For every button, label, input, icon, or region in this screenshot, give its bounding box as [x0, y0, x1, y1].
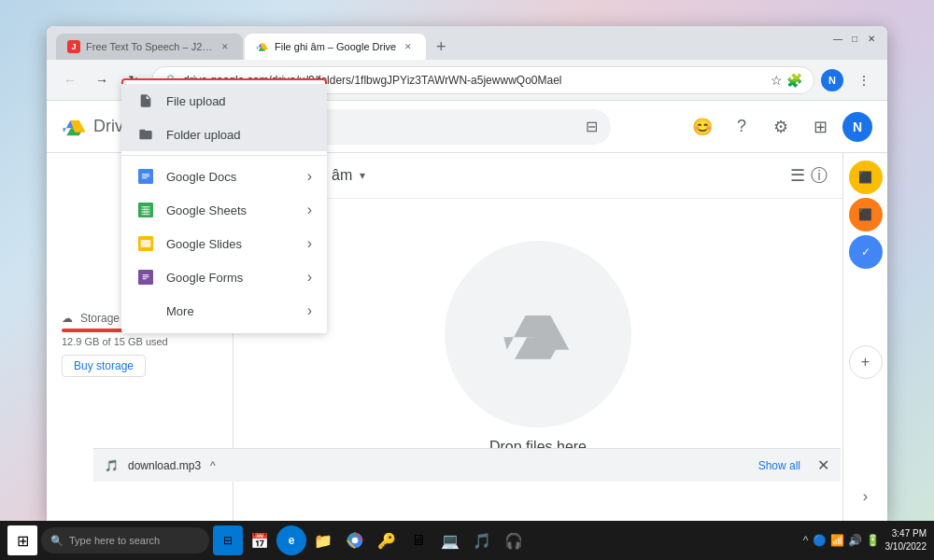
minimize-button[interactable]: — — [831, 32, 844, 45]
help-icon: ? — [737, 117, 746, 136]
tab-2-favicon — [256, 40, 269, 53]
browser-window: J Free Text To Speech – J2TEAM ✕ File gh… — [47, 26, 887, 521]
download-bar: 🎵 download.mp3 ^ Show all ✕ — [93, 448, 841, 482]
taskbar-app-2[interactable]: 📅 — [245, 525, 275, 555]
taskbar-app-edge[interactable]: e — [276, 525, 306, 555]
start-icon: ⊞ — [17, 532, 29, 550]
google-docs-label: Google Docs — [166, 170, 296, 184]
file-upload-label: File upload — [166, 94, 312, 108]
tab-1[interactable]: J Free Text To Speech – J2TEAM ✕ — [56, 34, 243, 60]
menu-button[interactable]: ⋮ — [850, 66, 878, 94]
show-all-link[interactable]: Show all — [758, 459, 800, 472]
taskbar-right: ^ 🔵 📶 🔊 🔋 3:47 PM 3/10/2022 — [803, 527, 927, 553]
taskbar-time-value: 3:47 PM — [885, 527, 927, 540]
download-file-name: download.mp3 — [128, 459, 201, 472]
google-docs-icon — [136, 167, 155, 186]
google-forms-icon — [136, 268, 155, 287]
settings-icon-btn[interactable]: ⚙ — [764, 110, 798, 144]
smiley-icon-btn[interactable]: 😊 — [686, 110, 719, 144]
google-sheets-icon — [136, 201, 155, 219]
right-panel-orange-btn[interactable]: ⬛ — [849, 198, 883, 231]
desktop: J Free Text To Speech – J2TEAM ✕ File gh… — [0, 0, 934, 560]
taskbar: ⊞ 🔍 Type here to search ⊟ 📅 e 📁 — [0, 521, 934, 560]
taskbar-bluetooth: 🔵 — [813, 534, 827, 547]
google-slides-label: Google Slides — [166, 237, 296, 251]
download-chevron[interactable]: ^ — [210, 459, 216, 472]
google-docs-item[interactable]: Google Docs › — [121, 160, 327, 193]
taskbar-date-value: 3/10/2022 — [885, 540, 927, 553]
storage-used-text: 12.9 GB of 15 GB used — [62, 336, 218, 347]
more-arrow: › — [307, 302, 312, 319]
list-view-icon[interactable]: ☰ — [790, 165, 805, 186]
download-close-btn[interactable]: ✕ — [817, 456, 829, 474]
folder-upload-item[interactable]: Folder upload — [121, 118, 327, 151]
filter-icon[interactable]: ⊟ — [586, 118, 598, 135]
menu-divider-1 — [121, 155, 327, 156]
drop-circle — [445, 241, 631, 427]
tab-2-label: File ghi âm – Google Drive — [275, 41, 396, 52]
folder-dropdown-icon[interactable]: ▾ — [360, 169, 365, 182]
toolbar-avatar: N — [821, 69, 843, 91]
bookmark-icon[interactable]: ☆ — [771, 73, 783, 88]
user-avatar[interactable]: N — [842, 112, 872, 142]
google-slides-arrow: › — [307, 235, 312, 252]
taskbar-battery: 🔋 — [866, 534, 880, 547]
more-item[interactable]: More › — [121, 294, 327, 328]
folder-upload-label: Folder upload — [166, 128, 312, 142]
taskbar-caret[interactable]: ^ — [803, 534, 809, 547]
tab-1-favicon: J — [67, 40, 80, 53]
taskbar-search-icon: 🔍 — [50, 535, 64, 547]
taskbar-sys-icons: ^ 🔵 📶 🔊 🔋 — [803, 534, 880, 547]
taskbar-app-1[interactable]: ⊟ — [213, 525, 243, 555]
extension-icon[interactable]: 🧩 — [786, 73, 802, 88]
file-upload-icon — [136, 91, 155, 110]
taskbar-app-spotify[interactable]: 🎵 — [467, 525, 497, 555]
grid-icon-btn[interactable]: ⊞ — [803, 110, 837, 144]
window-controls: — □ ✕ — [831, 32, 878, 45]
google-sheets-label: Google Sheets — [166, 203, 296, 217]
add-icon: + — [861, 354, 870, 371]
folder-upload-icon — [136, 125, 155, 144]
svg-rect-3 — [141, 240, 151, 247]
expand-button[interactable]: › — [849, 480, 883, 513]
help-icon-btn[interactable]: ? — [725, 110, 758, 144]
new-tab-button[interactable]: + — [428, 34, 454, 60]
title-bar: J Free Text To Speech – J2TEAM ✕ File gh… — [47, 26, 887, 60]
google-slides-item[interactable]: Google Slides › — [121, 227, 327, 260]
download-file-icon: 🎵 — [105, 459, 119, 472]
tab-1-close[interactable]: ✕ — [219, 40, 232, 53]
taskbar-app-key[interactable]: 🔑 — [372, 525, 402, 555]
right-panel: ⬛ ⬛ ✓ + › — [842, 153, 887, 521]
google-forms-arrow: › — [307, 269, 312, 286]
tab-2-close[interactable]: ✕ — [402, 40, 415, 53]
close-button[interactable]: ✕ — [865, 32, 878, 45]
right-panel-blue-btn[interactable]: ✓ — [849, 235, 883, 269]
google-forms-item[interactable]: Google Forms › — [121, 260, 327, 294]
start-button[interactable]: ⊞ — [7, 525, 37, 555]
back-button[interactable]: ← — [56, 66, 84, 94]
taskbar-app-last[interactable]: 🎧 — [499, 525, 529, 555]
taskbar-search-placeholder: Type here to search — [69, 535, 160, 546]
taskbar-volume: 🔊 — [848, 534, 862, 547]
file-upload-item[interactable]: File upload — [121, 84, 327, 118]
google-slides-icon — [136, 234, 155, 253]
header-right: 😊 ? ⚙ ⊞ N — [686, 110, 872, 144]
taskbar-app-files[interactable]: 📁 — [308, 525, 338, 555]
taskbar-app-network[interactable]: 💻 — [435, 525, 465, 555]
forward-button[interactable]: → — [88, 66, 116, 94]
address-bar-icons: ☆ 🧩 — [771, 73, 802, 88]
google-sheets-item[interactable]: Google Sheets › — [121, 193, 327, 227]
taskbar-app-chrome[interactable] — [340, 525, 370, 555]
right-panel-yellow-btn[interactable]: ⬛ — [849, 161, 883, 194]
info-icon[interactable]: ⓘ — [811, 164, 828, 187]
add-button[interactable]: + — [849, 345, 883, 379]
more-icon — [136, 301, 155, 320]
tab-2[interactable]: File ghi âm – Google Drive ✕ — [245, 34, 426, 60]
taskbar-search[interactable]: 🔍 Type here to search — [41, 527, 209, 553]
maximize-button[interactable]: □ — [848, 32, 861, 45]
buy-storage-button[interactable]: Buy storage — [62, 355, 146, 377]
taskbar-clock[interactable]: 3:47 PM 3/10/2022 — [885, 527, 927, 553]
taskbar-app-monitor[interactable]: 🖥 — [403, 525, 433, 555]
profile-icon[interactable]: N — [818, 66, 846, 94]
drop-drive-icon — [501, 297, 575, 371]
